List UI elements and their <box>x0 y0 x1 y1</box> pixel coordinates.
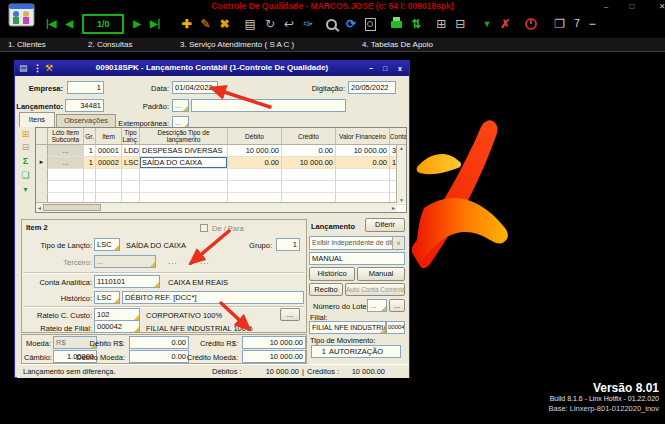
redo-icon[interactable]: ↻ <box>265 18 275 30</box>
grid-header[interactable]: Gr. <box>84 128 96 145</box>
save-icon[interactable]: ▤ <box>245 18 256 30</box>
cell-gr[interactable]: 1 <box>84 145 96 157</box>
historico-button[interactable]: Histórico <box>309 267 355 281</box>
menu-tabelas[interactable]: 4. Tabelas De Apoio <box>362 40 433 49</box>
table-row-empty[interactable] <box>36 169 406 181</box>
numero-lote-field[interactable]: ... <box>367 299 387 312</box>
edit-icon[interactable]: ✎ <box>200 18 210 30</box>
cell-item[interactable]: 00002 <box>96 157 122 169</box>
nav-prev-icon[interactable]: ◀ <box>66 18 74 30</box>
table-row[interactable]: ... 1 00001 LDD DESPESAS DIVERSAS 10 000… <box>36 145 406 157</box>
cell-gr[interactable]: 1 <box>84 157 96 169</box>
scroll-thumb[interactable] <box>43 204 101 211</box>
preview-icon[interactable] <box>365 18 376 31</box>
rateio-filial-field[interactable]: 000042 <box>94 320 140 333</box>
grid-header[interactable]: Conta <box>390 128 406 145</box>
lancamentos-grid[interactable]: Lcto Item Subconta Gr. Item Tipo Lanç. D… <box>35 127 407 213</box>
manual-button[interactable]: Manual <box>357 267 405 281</box>
power-icon[interactable] <box>525 18 537 30</box>
menu-consultas[interactable]: 2. Consultas <box>88 40 132 49</box>
window-maximize-button[interactable]: □ <box>625 2 639 11</box>
scroll-up-icon[interactable]: ▲ <box>399 145 404 151</box>
dialog-close-button[interactable]: x <box>394 63 406 74</box>
credito-rs-field[interactable]: 10 000.00 <box>242 336 306 349</box>
scroll-right-icon[interactable]: ► <box>391 205 396 211</box>
clean-icon[interactable]: ✑ <box>303 18 313 30</box>
filial-code-field[interactable]: 000042 <box>386 321 405 334</box>
cell-valor[interactable]: 0.00 <box>336 157 390 169</box>
menu-sac[interactable]: 3. Serviço Atendimento ( S A C ) <box>180 40 294 49</box>
padrao-desc-field[interactable] <box>191 99 346 112</box>
chevron-down-icon[interactable]: ∨ <box>392 237 404 249</box>
cell-credito[interactable]: 0.00 <box>282 145 336 157</box>
filial-field[interactable]: FILIAL NFE INDUSTRIA <box>309 321 386 334</box>
search-icon[interactable] <box>326 19 337 30</box>
debito-rs-field[interactable]: 0.00 <box>129 336 189 349</box>
recibo-button[interactable]: Recibo <box>309 283 343 296</box>
tipo-lancto-field[interactable]: LSC <box>94 238 120 251</box>
cell-credito[interactable]: 10 000.00 <box>282 157 336 169</box>
nav-first-icon[interactable]: |◀ <box>46 18 57 30</box>
filter-icon[interactable]: ▼ <box>482 18 491 30</box>
tab-observacoes[interactable]: Observações <box>56 114 116 127</box>
grid-header[interactable]: Lcto Item Subconta <box>48 128 84 145</box>
cell-lcto[interactable]: ... <box>48 157 84 169</box>
filter-clear-icon[interactable]: ✗ <box>500 18 510 30</box>
terceiro-field[interactable]: ... <box>94 255 156 268</box>
debito-moeda-field[interactable]: 0.00 <box>129 350 189 363</box>
de-para-checkbox[interactable] <box>200 224 208 232</box>
sort-icon[interactable]: ⇅ <box>411 18 421 30</box>
doc-add-icon[interactable]: ⊞ <box>436 18 446 30</box>
grid-sum-icon[interactable]: Σ <box>18 156 33 166</box>
nav-last-icon[interactable]: ▶| <box>150 18 161 30</box>
cell-tipo[interactable]: LDD <box>122 145 140 157</box>
cell-item[interactable]: 00001 <box>96 145 122 157</box>
padrao-field[interactable]: ... <box>172 99 189 112</box>
table-row-selected[interactable]: ► ... 1 00002 LSC SAÍDA DO CAIXA 0.00 10… <box>36 157 406 169</box>
manual-field[interactable]: MANUAL <box>309 252 405 265</box>
nav-next-icon[interactable]: ▶ <box>133 18 141 30</box>
cell-lcto[interactable]: ... <box>48 145 84 157</box>
table-row-empty[interactable] <box>36 181 406 193</box>
grid-header[interactable]: Valor Financeiro <box>336 128 390 145</box>
empresa-field[interactable]: 1 <box>67 81 104 94</box>
grid-horizontal-scrollbar[interactable]: ◄ ► <box>36 202 397 212</box>
cell-debito[interactable]: 0.00 <box>228 157 282 169</box>
historico-code-field[interactable]: LSC <box>94 291 120 304</box>
dialog-minimize-button[interactable]: − <box>365 63 377 74</box>
grid-remove-row-icon[interactable]: ⊟ <box>18 142 33 152</box>
dialog-titlebar[interactable]: ▤ ⋮ ⚒ 009018SPK - Lançamento Contábil (1… <box>15 61 409 76</box>
grid-header[interactable]: Tipo Lanç. <box>122 128 140 145</box>
delete-icon[interactable]: ✖ <box>220 18 230 30</box>
rateio-cc-browse-button[interactable]: ... <box>280 308 300 321</box>
grid-vertical-scrollbar[interactable]: ▲ ▼ <box>396 145 406 203</box>
tipo-movimento-field[interactable]: 1 AUTORIZAÇÃO <box>311 345 401 358</box>
add-icon[interactable]: ✚ <box>181 18 191 30</box>
grid-header[interactable]: Item <box>96 128 122 145</box>
data-field[interactable]: 01/04/2022 <box>172 81 218 94</box>
collapse-icon[interactable]: − <box>589 18 596 30</box>
cell-valor[interactable]: 10 000.00 <box>336 145 390 157</box>
undo-icon[interactable]: ↩ <box>284 18 294 30</box>
grid-header[interactable]: Débito <box>228 128 282 145</box>
cell-debito[interactable]: 10 000.00 <box>228 145 282 157</box>
historico-field[interactable]: DÉBITO REF. [DCC*] <box>122 291 304 304</box>
refresh-icon[interactable]: ⟳ <box>346 18 356 30</box>
doc-remove-icon[interactable]: ⊟ <box>455 18 465 30</box>
grid-add-row-icon[interactable]: ⊞ <box>18 129 33 139</box>
printer-icon[interactable] <box>391 21 402 28</box>
conta-analitica-field[interactable]: 1110101 <box>94 275 160 288</box>
lancamento-field[interactable]: 34481 <box>65 99 104 112</box>
cell-descricao[interactable]: DESPESAS DIVERSAS <box>140 145 228 157</box>
window-close-button[interactable]: ✕ <box>655 2 665 11</box>
tab-itens[interactable]: Itens <box>19 112 55 127</box>
numero-lote-browse-button[interactable]: ... <box>389 299 405 312</box>
cell-tipo[interactable]: LSC <box>122 157 140 169</box>
diferir-button[interactable]: Diferir <box>365 218 405 232</box>
auto-conta-corrente-button[interactable]: Auto Conta Corrente <box>345 283 405 296</box>
exibir-dropdown[interactable]: Exibir independente de difere ∨ <box>309 236 405 250</box>
scroll-down-icon[interactable]: ▼ <box>399 197 404 203</box>
menu-clientes[interactable]: 1. Clientes <box>8 40 46 49</box>
window-minimize-button[interactable]: – <box>599 2 613 11</box>
grid-header[interactable]: Descrição Tipo de lançamento <box>140 128 228 145</box>
